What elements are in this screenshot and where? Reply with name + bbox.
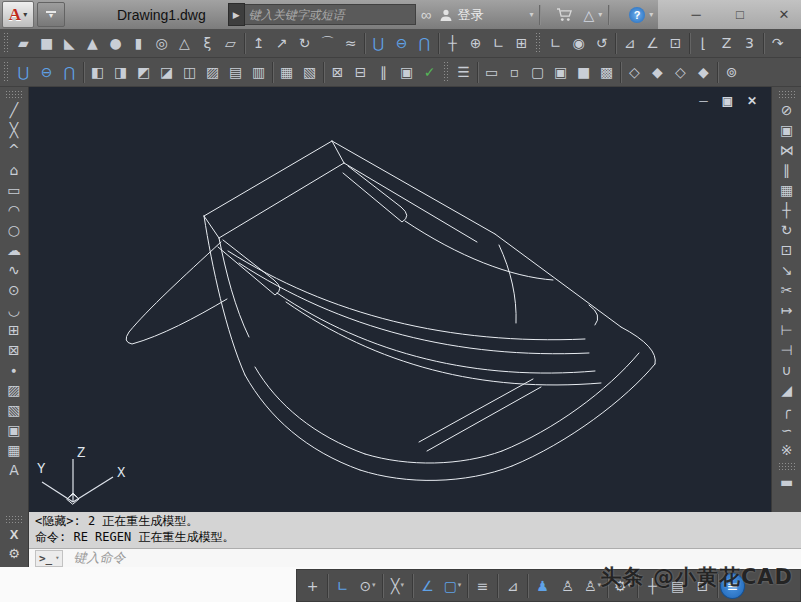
search-icon[interactable]: ∞	[421, 7, 432, 22]
3d-array-button[interactable]: ⊞	[510, 31, 533, 55]
break-at-point-button[interactable]: ⊢	[776, 320, 798, 340]
union-button[interactable]: ⋃	[367, 31, 390, 55]
annotation-scale-caret-icon[interactable]: ▾	[598, 582, 602, 589]
lineweight-button[interactable]: ≡	[470, 573, 495, 599]
blend-curves-button[interactable]: ∽	[776, 420, 798, 440]
ucs-origin-button[interactable]: ⌊	[692, 31, 715, 55]
copy-button[interactable]: ▣	[776, 120, 798, 140]
line-button[interactable]: ╱	[3, 100, 25, 120]
store-cart-button[interactable]	[556, 8, 573, 22]
rotate-faces-button[interactable]: ◫	[178, 60, 201, 84]
visual-styles-manager-button[interactable]: ☰	[452, 60, 475, 84]
object-snap-tracking-button[interactable]: ∠	[415, 573, 440, 599]
construction-line-button[interactable]: ╳	[3, 120, 25, 140]
intersect-solids-button[interactable]: ⋂	[58, 60, 81, 84]
selection-cycling-button[interactable]: ⊿	[500, 573, 525, 599]
annotation-scale-button[interactable]: ♙▾	[580, 573, 605, 599]
minimize-button[interactable]: ─	[687, 8, 705, 21]
workspace-switching-caret-icon[interactable]: ▾	[628, 582, 632, 589]
point-button[interactable]: ∙	[3, 360, 25, 380]
toolbar-grip[interactable]	[535, 32, 542, 54]
spline-button[interactable]: ∿	[3, 260, 25, 280]
hatch-button[interactable]: ▨	[3, 380, 25, 400]
subtract-button[interactable]: ⊖	[390, 31, 413, 55]
move-button[interactable]: ┼	[776, 200, 798, 220]
quick-properties-button[interactable]: ▤	[665, 573, 690, 599]
sphere-button[interactable]: ●	[104, 31, 127, 55]
check-button[interactable]: ✓	[418, 60, 441, 84]
box-button[interactable]: ■	[35, 31, 58, 55]
command-window-close-icon[interactable]: X	[10, 527, 19, 542]
customization-button[interactable]: ≡	[720, 573, 745, 599]
render-low-button[interactable]: ◆	[646, 60, 669, 84]
help-caret-icon[interactable]: ▾	[649, 10, 653, 19]
doc-minimize-button[interactable]: ─	[699, 95, 708, 107]
doc-restore-button[interactable]: ▣	[722, 95, 733, 107]
toolbar-grip[interactable]	[443, 61, 450, 83]
ucs-object-button[interactable]: ∠	[641, 31, 664, 55]
command-input-row[interactable]: >_ ▾ 键入命令	[29, 549, 801, 567]
vs-conceptual-button[interactable]: ■	[572, 60, 595, 84]
move-faces-button[interactable]: ◨	[109, 60, 132, 84]
ucs-button[interactable]: ∟	[544, 31, 567, 55]
arc-button[interactable]: ◠	[3, 200, 25, 220]
join-button[interactable]: ∪	[776, 360, 798, 380]
3d-move-button[interactable]: ┼	[441, 31, 464, 55]
render-medium-button[interactable]: ◇	[669, 60, 692, 84]
table-button[interactable]: ▦	[3, 440, 25, 460]
annotation-visibility-button[interactable]: ♟	[530, 573, 555, 599]
help-button[interactable]: ? ▾	[629, 7, 653, 23]
color-edges-button[interactable]: ▦	[275, 60, 298, 84]
cone-button[interactable]: ▲	[81, 31, 104, 55]
helix-button[interactable]: ξ	[196, 31, 219, 55]
ellipse-arc-button[interactable]: ◡	[3, 300, 25, 320]
vs-realistic-button[interactable]: ▣	[549, 60, 572, 84]
dynamic-input-button[interactable]: +	[300, 573, 325, 599]
ellipse-button[interactable]: ⊙	[3, 280, 25, 300]
sweep-button[interactable]: ⌒	[316, 31, 339, 55]
command-prompt-button[interactable]: >_ ▾	[35, 550, 63, 567]
wedge-button[interactable]: ◣	[58, 31, 81, 55]
workspace-switching-button[interactable]: ⚙▾	[610, 573, 635, 599]
a360-button[interactable]: △ ▾	[583, 7, 602, 23]
create-block-button[interactable]: ⊠	[3, 340, 25, 360]
command-customize-wrench-icon[interactable]: ⚙	[8, 546, 20, 561]
polygon-button[interactable]: ⌂	[3, 160, 25, 180]
insert-block-button[interactable]: ⊞	[3, 320, 25, 340]
properties-palette-button[interactable]: ▬	[776, 472, 798, 492]
chamfer-button[interactable]: ◢	[776, 380, 798, 400]
vs-wireframe-button[interactable]: ▫	[503, 60, 526, 84]
ucs-3point-button[interactable]: 3	[738, 31, 761, 55]
color-faces-button[interactable]: ▥	[247, 60, 270, 84]
toolbar-grip[interactable]	[778, 90, 796, 98]
gradient-button[interactable]: ▧	[3, 400, 25, 420]
mirror-button[interactable]: ⋈	[776, 140, 798, 160]
rectangle-button[interactable]: ▭	[3, 180, 25, 200]
clean-button[interactable]: ⊟	[349, 60, 372, 84]
ucs-z-axis-button[interactable]: Z	[715, 31, 738, 55]
erase-button[interactable]: ⊘	[776, 100, 798, 120]
command-history[interactable]: <隐藏>: 2 正在重生成模型。 命令: RE REGEN 正在重生成模型。	[29, 512, 801, 549]
toolbar-grip[interactable]	[778, 462, 796, 470]
copy-edges-button[interactable]: ▧	[298, 60, 321, 84]
array-button[interactable]: ▦	[776, 180, 798, 200]
isolate-objects-button[interactable]: ⊡	[690, 573, 715, 599]
doc-close-button[interactable]: ✕	[747, 95, 757, 107]
revolve-button[interactable]: ↻	[293, 31, 316, 55]
separate-button[interactable]: ∥	[372, 60, 395, 84]
login-caret-icon[interactable]: ▾	[529, 10, 533, 19]
delete-faces-button[interactable]: ◪	[155, 60, 178, 84]
polar-tracking-button[interactable]: ⊙▾	[355, 573, 380, 599]
a360-caret-icon[interactable]: ▾	[598, 10, 602, 19]
maximize-button[interactable]: □	[731, 8, 749, 21]
vs-shaded-button[interactable]: ▩	[595, 60, 618, 84]
presspull-button[interactable]: ↥	[247, 31, 270, 55]
cylinder-button[interactable]: ▮	[127, 31, 150, 55]
object-snap-caret-icon[interactable]: ▾	[458, 582, 462, 589]
multiline-text-button[interactable]: A	[3, 460, 25, 480]
subtract-solids-button[interactable]: ⊖	[35, 60, 58, 84]
object-snap-button[interactable]: ▢▾	[440, 573, 465, 599]
drawing-canvas[interactable]: Z Y X ─ ▣ ✕	[29, 87, 771, 512]
isometric-drafting-button[interactable]: ╳▾	[385, 573, 410, 599]
quick-access-menu-button[interactable]: ▾	[37, 2, 65, 27]
